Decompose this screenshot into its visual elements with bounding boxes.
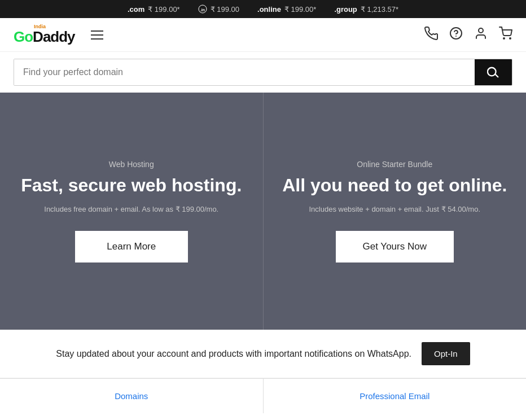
phone-icon[interactable] (424, 27, 438, 43)
ticker-price-online: ₹ 199.00* (284, 5, 316, 14)
ticker-bar: .com ₹ 199.00* .in ₹ 199.00 .online ₹ 19… (0, 0, 526, 18)
ticker-ext-com: .com (128, 5, 144, 14)
footer-link-professional-email[interactable]: Professional Email (264, 379, 527, 413)
search-section (0, 52, 526, 93)
search-button[interactable] (475, 59, 512, 85)
get-yours-now-button[interactable]: Get Yours Now (336, 231, 454, 262)
svg-point-3 (479, 28, 483, 33)
logo-wrap: India GoDaddy (14, 24, 75, 46)
ticker-price-in: ₹ 199.00 (211, 5, 239, 14)
footer-links: Domains Professional Email (0, 378, 526, 413)
nav-icons (424, 27, 512, 43)
hero-right-title: All you need to get online. (282, 174, 507, 196)
hero-right: Online Starter Bundle All you need to ge… (264, 93, 527, 330)
help-icon[interactable] (449, 27, 463, 43)
hamburger-menu[interactable] (89, 28, 106, 42)
footer-link-domains[interactable]: Domains (0, 379, 264, 413)
ticker-item-online: .online ₹ 199.00* (257, 5, 316, 14)
ticker-ext-in: .in (198, 5, 207, 14)
notification-bar: Stay updated about your account and prod… (0, 330, 526, 378)
hero-left: Web Hosting Fast, secure web hosting. In… (0, 93, 264, 330)
opt-in-button[interactable]: Opt-In (422, 342, 470, 365)
hero-right-subtitle: Online Starter Bundle (357, 160, 432, 169)
search-icon (487, 66, 499, 78)
search-bar (14, 59, 512, 86)
svg-point-4 (503, 38, 505, 39)
hero-right-desc: Includes website + domain + email. Just … (309, 204, 480, 215)
ticker-ext-online: .online (257, 5, 281, 14)
user-icon[interactable] (474, 27, 488, 43)
hero-section: Web Hosting Fast, secure web hosting. In… (0, 93, 526, 330)
svg-text:.in: .in (200, 8, 205, 12)
hero-left-desc: Includes free domain + email. As low as … (44, 204, 218, 215)
hero-left-subtitle: Web Hosting (109, 160, 154, 169)
ticker-item-com: .com ₹ 199.00* (128, 5, 180, 14)
ticker-ext-group: .group (334, 5, 357, 14)
search-input[interactable] (14, 59, 475, 85)
ticker-item-in: .in ₹ 199.00 (198, 5, 239, 14)
ticker-item-group: .group ₹ 1,213.57* (334, 5, 398, 14)
cart-icon[interactable] (499, 27, 512, 43)
hero-left-title: Fast, secure web hosting. (21, 174, 242, 196)
notification-text: Stay updated about your account and prod… (56, 347, 411, 361)
ticker-price-com: ₹ 199.00* (148, 5, 179, 14)
svg-point-5 (510, 38, 511, 39)
navbar: India GoDaddy (0, 18, 526, 52)
ticker-price-group: ₹ 1,213.57* (361, 5, 398, 14)
logo: GoDaddy (14, 28, 75, 46)
in-icon: .in (198, 5, 207, 14)
learn-more-button[interactable]: Learn More (75, 231, 188, 262)
